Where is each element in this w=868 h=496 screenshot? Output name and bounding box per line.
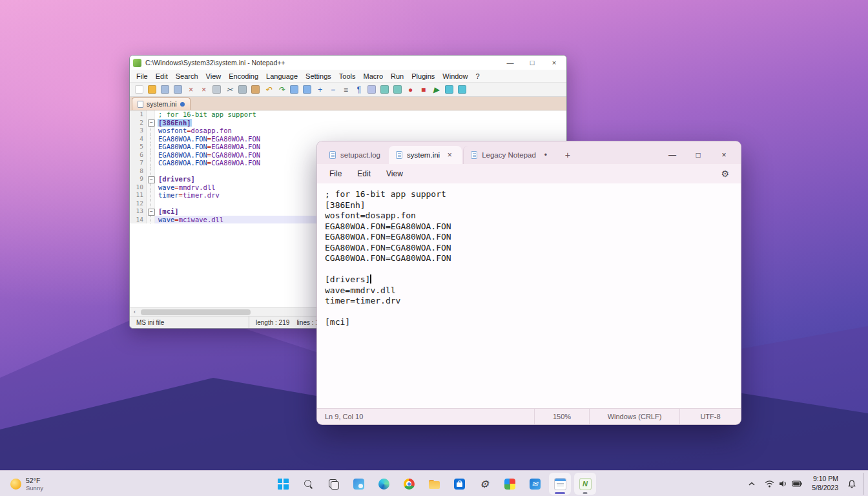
fold-marker[interactable] — [147, 216, 155, 224]
npp-tab-system-ini[interactable]: system.ini — [132, 98, 191, 110]
fold-marker[interactable] — [147, 159, 155, 167]
close-file-icon[interactable]: × — [185, 83, 197, 96]
taskbar-notepad[interactable] — [549, 473, 571, 495]
replace-icon[interactable] — [301, 83, 313, 96]
npp-menu-view[interactable]: View — [202, 71, 225, 81]
fold-marker[interactable] — [147, 135, 155, 143]
npp-menu-settings[interactable]: Settings — [302, 71, 335, 81]
fold-marker[interactable] — [147, 110, 155, 119]
indent-guide-icon[interactable] — [366, 83, 378, 96]
open-file-icon[interactable] — [146, 83, 158, 96]
close-tab-icon[interactable] — [444, 150, 455, 160]
taskbar-settings[interactable] — [473, 473, 495, 495]
tab-setupact-log[interactable]: setupact.log — [322, 146, 388, 164]
show-desktop-button[interactable] — [863, 473, 865, 495]
copy-icon[interactable] — [236, 83, 249, 96]
taskbar-widgets[interactable] — [347, 473, 369, 495]
fold-marker[interactable] — [147, 191, 155, 200]
fold-marker[interactable] — [147, 183, 155, 192]
zoom-level-status[interactable]: 150% — [534, 409, 589, 424]
zoom-in-icon[interactable]: + — [314, 83, 326, 96]
fold-marker[interactable] — [147, 143, 155, 151]
taskbar-edge[interactable] — [373, 473, 395, 495]
undo-icon[interactable]: ↶ — [262, 83, 274, 96]
save-all-icon[interactable] — [172, 83, 184, 96]
npp-menu-file[interactable]: File — [132, 71, 152, 81]
notifications-button[interactable] — [844, 474, 860, 493]
taskbar-photos[interactable] — [499, 473, 521, 495]
np-menu-file[interactable]: File — [322, 167, 349, 181]
npp-menu-run[interactable]: Run — [387, 71, 408, 81]
save-icon[interactable] — [159, 83, 171, 96]
encoding-status[interactable]: UTF-8 — [679, 409, 741, 424]
close-tab-icon[interactable] — [541, 150, 551, 160]
fold-marker[interactable] — [147, 119, 155, 127]
quick-settings-button[interactable] — [761, 474, 806, 493]
npp-menu-edit[interactable]: Edit — [152, 71, 172, 81]
scrollbar-thumb[interactable] — [141, 309, 251, 315]
line-ending-status[interactable]: Windows (CRLF) — [589, 409, 679, 424]
fold-marker[interactable] — [147, 200, 155, 208]
new-file-icon[interactable] — [133, 83, 145, 96]
minimize-button[interactable]: — — [659, 145, 685, 165]
notepad-text-area[interactable]: ; for 16-bit app support[386Enh]wosfont=… — [317, 183, 741, 408]
text-line: wave=mmdrv.dll — [325, 285, 741, 296]
npp-menu-item[interactable]: ? — [471, 71, 483, 81]
taskbar-clock[interactable]: 9:10 PM 5/8/2023 — [808, 475, 842, 492]
close-button[interactable]: × — [545, 57, 563, 68]
weather-condition: Sunny — [26, 484, 43, 491]
taskbar-store[interactable] — [448, 473, 470, 495]
taskbar-task-view[interactable] — [322, 473, 344, 495]
np-menu-view[interactable]: View — [379, 167, 410, 181]
print-icon[interactable] — [211, 83, 223, 96]
scroll-left-icon[interactable]: ‹ — [130, 309, 140, 315]
settings-gear-icon[interactable]: ⚙ — [714, 169, 736, 179]
npp-menu-language[interactable]: Language — [262, 71, 302, 81]
close-button[interactable]: × — [711, 145, 737, 165]
function-list-icon[interactable] — [391, 83, 404, 96]
maximize-button[interactable]: □ — [523, 57, 541, 68]
fold-marker[interactable] — [147, 127, 155, 135]
maximize-button[interactable]: □ — [685, 145, 711, 165]
notepadpp-titlebar[interactable]: C:\Windows\System32\system.ini - Notepad… — [130, 56, 566, 70]
fold-marker[interactable] — [147, 175, 155, 183]
taskbar-search[interactable] — [297, 473, 319, 495]
hidden-icons-button[interactable] — [745, 474, 759, 493]
npp-menu-search[interactable]: Search — [172, 71, 202, 81]
npp-menu-tools[interactable]: Tools — [335, 71, 360, 81]
fold-marker[interactable] — [147, 151, 155, 160]
npp-menu-plugins[interactable]: Plugins — [408, 71, 439, 81]
taskbar-chrome[interactable] — [398, 473, 420, 495]
zoom-out-icon[interactable]: − — [327, 83, 339, 96]
doc-map-icon[interactable] — [378, 83, 391, 96]
play-macro-icon[interactable]: ▶ — [430, 83, 442, 96]
doc-switcher-icon[interactable] — [456, 83, 468, 96]
tab-legacy-notepad[interactable]: Legacy Notepad — [463, 146, 558, 164]
npp-menu-macro[interactable]: Macro — [359, 71, 387, 81]
record-macro-icon[interactable]: ● — [404, 83, 417, 96]
word-wrap-icon[interactable]: ≡ — [340, 83, 352, 96]
stop-macro-icon[interactable]: ■ — [417, 83, 429, 96]
npp-menu-encoding[interactable]: Encoding — [225, 71, 262, 81]
npp-menu-window[interactable]: Window — [439, 71, 471, 81]
taskbar-start[interactable] — [272, 473, 294, 495]
find-icon[interactable] — [288, 83, 300, 96]
weather-widget[interactable]: 52°F Sunny — [4, 473, 50, 495]
taskbar-mail[interactable] — [524, 473, 546, 495]
app-icon — [378, 479, 389, 490]
add-tab-button[interactable]: + — [559, 147, 576, 163]
taskbar-notepad-plus-plus[interactable] — [574, 473, 596, 495]
show-symbols-icon[interactable]: ¶ — [353, 83, 365, 96]
fold-marker[interactable] — [147, 207, 155, 216]
monitor-tail-icon[interactable] — [443, 83, 455, 96]
close-all-icon[interactable]: × — [198, 83, 210, 96]
np-menu-edit[interactable]: Edit — [350, 167, 378, 181]
cut-icon[interactable]: ✂ — [223, 83, 236, 96]
tab-system-ini[interactable]: system.ini — [389, 146, 462, 164]
taskbar-file-explorer[interactable] — [423, 473, 445, 495]
redo-icon[interactable]: ↷ — [275, 83, 287, 96]
fold-marker[interactable] — [147, 167, 155, 176]
minimize-button[interactable]: — — [501, 57, 519, 68]
line-number: 8 — [130, 167, 147, 176]
paste-icon[interactable] — [249, 83, 262, 96]
